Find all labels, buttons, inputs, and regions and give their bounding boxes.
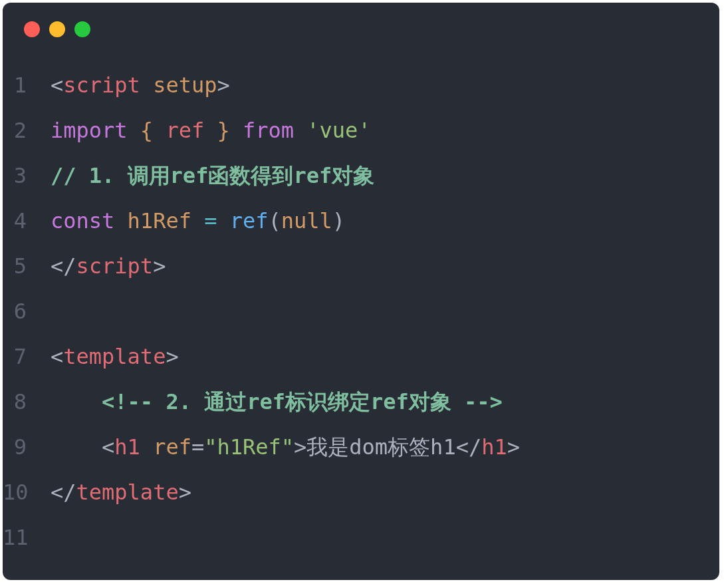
code-editor-window: 1 <script setup> 2 import { ref } from '… <box>3 3 719 580</box>
code-content: const h1Ref = ref(null) <box>51 210 345 231</box>
code-content: <!-- 2. 通过ref标识绑定ref对象 --> <box>51 391 503 412</box>
line-number: 8 <box>3 391 51 412</box>
code-line: 5 </script> <box>3 243 719 289</box>
code-line: 1 <script setup> <box>3 63 719 108</box>
code-line: 3 // 1. 调用ref函数得到ref对象 <box>3 153 719 198</box>
code-content: </template> <box>51 482 191 503</box>
line-number: 11 <box>3 527 51 548</box>
code-content: <template> <box>51 346 179 367</box>
code-line: 7 <template> <box>3 334 719 379</box>
line-number: 7 <box>3 346 51 367</box>
code-line: 9 <h1 ref="h1Ref">我是dom标签h1</h1> <box>3 424 719 470</box>
code-editor-area[interactable]: 1 <script setup> 2 import { ref } from '… <box>3 49 719 560</box>
maximize-icon[interactable] <box>74 21 90 37</box>
code-line: 11 <box>3 515 719 560</box>
line-number: 6 <box>3 301 51 322</box>
line-number: 1 <box>3 74 51 96</box>
line-number: 2 <box>3 120 51 141</box>
code-line: 10 </template> <box>3 470 719 515</box>
line-number: 10 <box>3 482 51 503</box>
line-number: 5 <box>3 255 51 277</box>
minimize-icon[interactable] <box>49 21 65 37</box>
code-content: // 1. 调用ref函数得到ref对象 <box>51 165 374 186</box>
code-line: 2 import { ref } from 'vue' <box>3 108 719 153</box>
code-content: </script> <box>51 255 166 277</box>
window-title-bar <box>3 3 719 49</box>
code-content: <h1 ref="h1Ref">我是dom标签h1</h1> <box>51 436 520 458</box>
code-line: 8 <!-- 2. 通过ref标识绑定ref对象 --> <box>3 379 719 424</box>
line-number: 9 <box>3 436 51 458</box>
line-number: 4 <box>3 210 51 231</box>
code-line: 6 <box>3 289 719 334</box>
close-icon[interactable] <box>24 21 40 37</box>
line-number: 3 <box>3 165 51 186</box>
code-content: import { ref } from 'vue' <box>51 120 371 141</box>
code-line: 4 const h1Ref = ref(null) <box>3 198 719 243</box>
code-content: <script setup> <box>51 74 230 96</box>
